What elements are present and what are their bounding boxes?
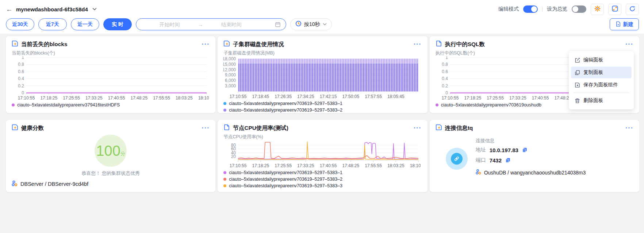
edit-mode-toggle[interactable] bbox=[523, 5, 538, 13]
menu-item-copy-panel[interactable]: 复制面板 bbox=[571, 67, 632, 78]
panel-health-score: 健康分数 ··· 100 分 恭喜您！ 您的集群状态优秀 DBServer / … bbox=[6, 120, 215, 192]
filter-toolbar: 近30天近7天近一天实 时 → 按10秒 新建 bbox=[0, 18, 644, 34]
svg-text:0.6: 0.6 bbox=[442, 69, 448, 74]
panel-disk-usage: 子集群磁盘使用情况 ··· 子集群磁盘使用情况(MB) 18,00015,000… bbox=[218, 36, 427, 113]
svg-text:17:40:55: 17:40:55 bbox=[320, 163, 337, 168]
disk-usage-chart: 18,00015,00012,0009,0006,0003,00017:10:5… bbox=[223, 56, 421, 99]
edit-icon bbox=[575, 57, 580, 63]
menu-item-label: 保存为面板组件 bbox=[583, 82, 618, 88]
chart-unit-label: 节点CPU使用率(%) bbox=[223, 134, 421, 139]
menu-item-edit-panel[interactable]: 编辑面板 bbox=[571, 54, 632, 66]
legend-item[interactable]: ciauto–5xlavatestdailyprepareenv379416te… bbox=[12, 102, 210, 108]
menu-divider bbox=[573, 93, 629, 93]
legend-item[interactable]: ciauto–5xlavatestdailyprepareenv703619–5… bbox=[223, 169, 421, 176]
svg-text:17:10:55: 17:10:55 bbox=[441, 95, 459, 101]
svg-text:17:18:25: 17:18:25 bbox=[464, 95, 481, 101]
legend-item[interactable]: ciauto–5xlavatestdailyprepareenv703619–5… bbox=[223, 183, 421, 189]
new-panel-button[interactable]: 新建 bbox=[610, 18, 639, 30]
time-range-button-3[interactable]: 实 时 bbox=[103, 18, 132, 30]
component-icon bbox=[575, 82, 580, 88]
svg-text:6,000: 6,000 bbox=[225, 78, 236, 83]
date-range-picker[interactable]: → bbox=[136, 18, 286, 30]
interval-select[interactable]: 按10秒 bbox=[290, 18, 332, 30]
cluster-icon bbox=[476, 169, 482, 176]
time-range-button-1[interactable]: 近7天 bbox=[38, 18, 67, 30]
legend-label: ciauto–5xlavatestdailyprepareenv703619–5… bbox=[229, 170, 342, 175]
menu-item-label: 复制面板 bbox=[583, 69, 603, 76]
panel-title: 节点CPU使用率(测试) bbox=[233, 124, 288, 132]
menu-item-delete-panel[interactable]: 删除面板 bbox=[571, 95, 632, 106]
svg-text:1: 1 bbox=[445, 56, 448, 60]
chevron-down-icon[interactable] bbox=[92, 8, 97, 11]
file-icon bbox=[223, 124, 230, 132]
legend-label: ciauto–5xlavatestdailyprepareenv703619–5… bbox=[229, 101, 342, 106]
legend-label: ciauto–5xlavatestdailyprepareenv703619–5… bbox=[229, 108, 342, 113]
connection-badge bbox=[446, 148, 468, 170]
component-file-icon bbox=[436, 124, 442, 132]
back-arrow-icon[interactable]: ← bbox=[6, 6, 12, 12]
legend-item[interactable]: ciauto–5xlavatestdailyprepareenv703619–5… bbox=[223, 176, 421, 182]
svg-text:18:05:45: 18:05:45 bbox=[387, 94, 405, 99]
copy-icon[interactable] bbox=[505, 158, 510, 163]
svg-text:17:55:55: 17:55:55 bbox=[153, 95, 170, 101]
legend-label: ciauto–5xlavatestdailyprepareenv703619–5… bbox=[229, 183, 342, 188]
address-label: 地址 bbox=[476, 147, 486, 153]
legend-dot bbox=[223, 171, 226, 174]
node-cpu-chart: 8060402017:10:5517:18:2517:25:5517:33:25… bbox=[223, 140, 421, 169]
legend-dot bbox=[436, 104, 438, 106]
svg-text:3,000: 3,000 bbox=[225, 83, 236, 89]
svg-text:18:10:35: 18:10:35 bbox=[410, 163, 421, 168]
missing-blocks-chart: 10.80.60.40.2017:10:5517:18:2517:25:5517… bbox=[12, 56, 209, 101]
panel-title: 连接信息tq bbox=[445, 124, 473, 132]
time-range-button-2[interactable]: 近一天 bbox=[71, 18, 99, 30]
panel-node-cpu: 节点CPU使用率(测试) ··· 节点CPU使用率(%) 8060402017:… bbox=[218, 120, 427, 192]
svg-text:17:33:25: 17:33:25 bbox=[509, 95, 526, 101]
copy-icon[interactable] bbox=[522, 147, 527, 153]
legend-item[interactable]: ciauto–5xlavatestdailyprepareenv703619–5… bbox=[223, 107, 421, 113]
panel-more-button[interactable]: ··· bbox=[625, 126, 633, 130]
cluster-name[interactable]: OushuDB / wangyanchaooushudb214038m3 bbox=[484, 170, 586, 176]
panel-more-button[interactable]: ··· bbox=[414, 42, 422, 46]
health-score-unit: 分 bbox=[120, 150, 125, 157]
chart-unit-label: 子集群磁盘使用情况(MB) bbox=[223, 50, 421, 56]
panel-more-button[interactable]: ··· bbox=[202, 42, 210, 46]
panel-connection-info: 连接信息tq ··· 连接信息 地址 10.0.197.83 端口 bbox=[430, 120, 639, 192]
refresh-button[interactable] bbox=[626, 4, 639, 15]
start-time-input[interactable] bbox=[141, 22, 198, 27]
port-value: 7432 bbox=[490, 157, 502, 164]
svg-text:0.4: 0.4 bbox=[442, 76, 448, 81]
legend-dot bbox=[223, 102, 226, 105]
svg-text:17:10:55: 17:10:55 bbox=[230, 163, 247, 168]
gear-icon bbox=[594, 5, 601, 13]
end-time-input[interactable] bbox=[203, 22, 260, 27]
port-label: 端口 bbox=[476, 157, 486, 164]
svg-text:17:33:25: 17:33:25 bbox=[85, 95, 103, 101]
interval-label: 按10秒 bbox=[304, 21, 320, 28]
svg-text:17:48:25: 17:48:25 bbox=[342, 163, 360, 168]
settings-button[interactable] bbox=[591, 4, 604, 15]
legend-label: ciauto–5xlavatestdailyprepareenv703619ou… bbox=[441, 102, 541, 108]
svg-text:17:25:55: 17:25:55 bbox=[63, 95, 80, 101]
chart-legend: ciauto–5xlavatestdailyprepareenv703619–5… bbox=[223, 100, 421, 113]
panel-title: 健康分数 bbox=[21, 124, 44, 132]
svg-text:12,000: 12,000 bbox=[223, 67, 236, 72]
panel-more-button[interactable]: ··· bbox=[625, 42, 633, 46]
fullscreen-button[interactable] bbox=[608, 4, 621, 15]
time-range-button-0[interactable]: 近30天 bbox=[6, 18, 34, 30]
chart-legend: ciauto–5xlavatestdailyprepareenv703619–5… bbox=[223, 169, 421, 189]
panel-more-button[interactable]: ··· bbox=[202, 126, 210, 130]
expand-icon bbox=[612, 5, 618, 13]
set-overview-toggle[interactable] bbox=[572, 5, 586, 13]
panel-more-button[interactable]: ··· bbox=[414, 126, 422, 130]
edit-mode-label: 编辑模式 bbox=[498, 6, 519, 12]
panel-title: 子集群磁盘使用情况 bbox=[233, 41, 284, 48]
top-bar: ← mynewdashboard-6f3c58d4 编辑模式 设为总览 bbox=[0, 0, 644, 18]
svg-text:17:10:55: 17:10:55 bbox=[230, 94, 247, 99]
legend-dot bbox=[223, 184, 226, 187]
legend-item[interactable]: ciauto–5xlavatestdailyprepareenv703619–5… bbox=[223, 100, 421, 106]
file-plus-icon bbox=[616, 21, 621, 28]
cluster-name[interactable]: DBServer / DBServer-9cd4bf bbox=[20, 181, 88, 187]
menu-item-save-as-component[interactable]: 保存为面板组件 bbox=[571, 79, 632, 91]
svg-text:18,000: 18,000 bbox=[223, 56, 236, 61]
chevron-down-icon bbox=[323, 23, 327, 26]
